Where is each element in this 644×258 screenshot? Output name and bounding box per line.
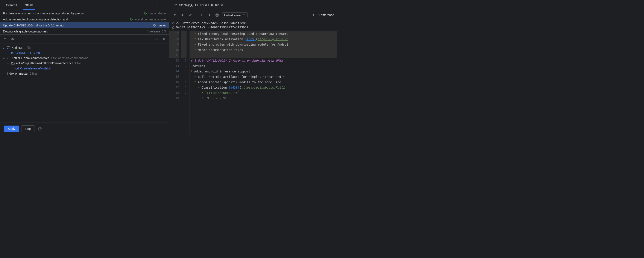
svg-rect-10 — [7, 48, 8, 49]
svg-point-7 — [147, 31, 148, 31]
unshelve-icon[interactable] — [2, 36, 8, 42]
forward-icon[interactable] — [206, 12, 212, 18]
stash-icon — [174, 3, 177, 7]
gutter-right: 1 2 3 4 5 6 7 8 — [181, 31, 190, 135]
svg-point-6 — [154, 25, 154, 25]
svg-rect-3 — [162, 5, 165, 5]
tab-header: Commit Stash — [0, 0, 169, 10]
markdown-icon: M↓ — [11, 52, 14, 54]
preview-icon[interactable] — [10, 36, 16, 42]
help-icon[interactable] — [37, 126, 43, 132]
action-bar: Apply Pop — [0, 122, 169, 135]
branch-tag: image_shape — [144, 12, 166, 15]
code-content: * Fixed memory leak ensuring used Tensor… — [190, 31, 336, 135]
kotlin-class-icon — [16, 67, 19, 70]
tab-stash[interactable]: Stash — [21, 1, 37, 10]
chevron-down-icon — [243, 14, 245, 16]
module-icon — [7, 56, 10, 60]
svg-point-15 — [40, 130, 40, 130]
next-diff-icon[interactable] — [180, 12, 186, 18]
prev-diff-icon[interactable] — [172, 12, 178, 18]
chevron-right-icon: › — [2, 72, 6, 75]
svg-point-4 — [145, 13, 145, 13]
chevron-down-icon: ⌄ — [7, 61, 10, 65]
stash-row[interactable]: Fix dimensions order in the image shape … — [0, 10, 169, 16]
list-icon[interactable] — [214, 12, 220, 18]
viewer-mode-select[interactable]: Unified viewer — [222, 13, 248, 18]
more-icon[interactable] — [329, 2, 335, 8]
next-file-icon[interactable] — [310, 12, 317, 18]
minimize-icon[interactable] — [161, 2, 167, 8]
stash-message: Downgrade gradle-download-task — [3, 30, 145, 33]
stash-row[interactable]: Downgrade gradle-download-task release_0… — [0, 28, 169, 34]
pop-button[interactable]: Pop — [21, 125, 35, 132]
tree-package[interactable]: ⌄ kotlin/org/jetbrains/kotlinx/dl/onnx/i… — [0, 61, 169, 66]
back-icon[interactable] — [198, 12, 204, 18]
folder-icon — [11, 61, 14, 65]
stash-row[interactable]: Add an example of combining face detecti… — [0, 16, 169, 22]
tree-file[interactable]: OnnxInferenceModel.kt — [0, 66, 169, 71]
tree-index[interactable]: › Index on master 2 files — [0, 71, 169, 76]
vcs-panel: Commit Stash Fix dimensions order in the… — [0, 0, 169, 135]
tab-commit[interactable]: Commit — [2, 1, 21, 10]
gutter-left: 7 8 9 10 11 12 13 14 15 16 17 18 19 — [169, 31, 181, 135]
chevron-down-icon: ⌄ — [2, 56, 6, 60]
svg-point-18 — [332, 6, 332, 7]
diff-toolbar: Unified viewer 1 difference — [169, 10, 336, 20]
more-icon[interactable] — [155, 2, 161, 8]
tree-module[interactable]: ⌄ KotlinDL 1 file — [0, 45, 169, 50]
file-tree: ⌄ KotlinDL 1 file M↓ CHANGELOG.md ⌄ Kotl… — [0, 43, 169, 122]
expand-collapse-icon[interactable] — [154, 36, 160, 42]
lock-icon — [172, 26, 175, 29]
stash-row-selected[interactable]: Update CHANGELOG.md for the 0.5.1 versio… — [0, 22, 169, 28]
branch-tag: master — [153, 24, 166, 27]
svg-point-2 — [158, 6, 158, 7]
svg-point-13 — [16, 67, 19, 70]
module-icon — [7, 46, 10, 49]
diff-panel: Stash@{4}: CHANGELOG.md × Unified viewer… — [169, 0, 336, 135]
diff-count: 1 difference — [318, 13, 334, 17]
collapse-all-icon[interactable] — [161, 36, 167, 42]
file-tree-toolbar — [0, 35, 169, 43]
revision-hashes: 2793bffb29f2d0c2e22edc693c3ac95d4ef2e858… — [169, 20, 336, 31]
hash-after: 9e589fb149b261a5fbc4668645950927a5123652 — [176, 26, 248, 29]
tree-file[interactable]: M↓ CHANGELOG.md — [0, 50, 169, 55]
svg-point-17 — [332, 5, 332, 5]
apply-button[interactable]: Apply — [4, 125, 19, 132]
diff-editor[interactable]: 7 8 9 10 11 12 13 14 15 16 17 18 19 1 2 … — [169, 31, 336, 135]
stash-message: Add an example of combining face detecti… — [3, 18, 128, 21]
branch-tag: face-alignment-example — [130, 18, 166, 21]
stash-message: Update CHANGELOG.md for the 0.5.1 versio… — [3, 24, 151, 27]
svg-point-16 — [332, 4, 332, 4]
lock-icon — [172, 22, 175, 25]
close-icon[interactable]: × — [221, 3, 223, 7]
svg-rect-21 — [172, 27, 174, 28]
hash-before: 2793bffb29f2d0c2e22edc693c3ac95d4ef2e858 — [176, 21, 248, 25]
chevron-down-icon: ⌄ — [2, 46, 6, 49]
svg-point-1 — [158, 5, 158, 5]
svg-point-5 — [131, 19, 131, 19]
stash-message: Fix dimensions order in the image shape … — [3, 12, 142, 15]
diff-tab[interactable]: Stash@{4}: CHANGELOG.md × — [171, 0, 226, 10]
edit-icon[interactable] — [187, 12, 193, 18]
tree-module[interactable]: ⌄ KotlinDL.onnx.commonMain 1 file onnx/s… — [0, 55, 169, 61]
branch-tag: release_0.5 — [146, 30, 166, 33]
svg-rect-12 — [7, 58, 8, 59]
svg-rect-20 — [172, 23, 174, 24]
svg-point-0 — [158, 4, 158, 4]
svg-point-8 — [12, 39, 13, 39]
stash-list: Fix dimensions order in the image shape … — [0, 10, 169, 35]
diff-tab-header: Stash@{4}: CHANGELOG.md × — [169, 0, 336, 10]
